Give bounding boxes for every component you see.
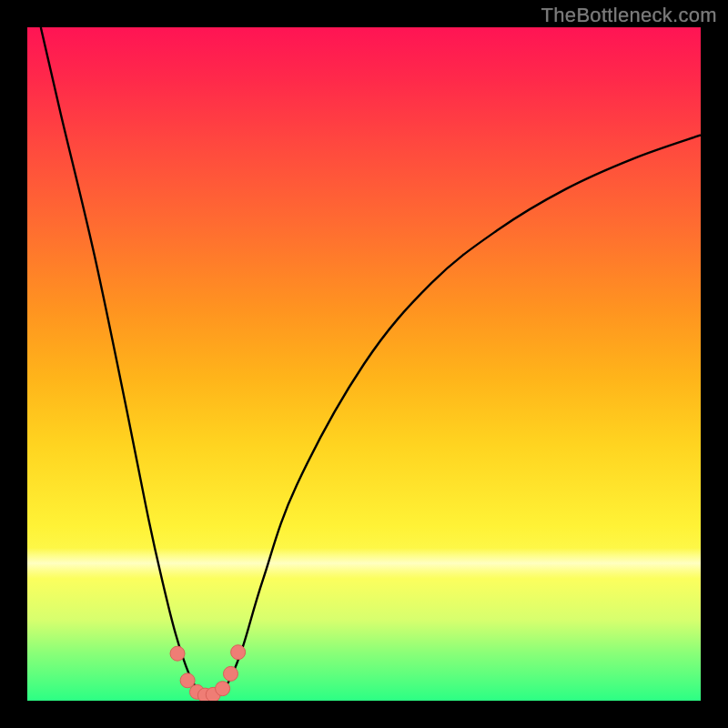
curve-svg bbox=[27, 27, 701, 701]
marker-cluster bbox=[170, 645, 246, 701]
marker-dot bbox=[170, 646, 185, 661]
marker-dot bbox=[189, 684, 204, 699]
marker-dot bbox=[216, 682, 230, 696]
watermark-text: TheBottleneck.com bbox=[541, 4, 717, 27]
marker-dot bbox=[180, 673, 195, 688]
marker-dot bbox=[231, 645, 246, 660]
marker-dot bbox=[223, 666, 238, 681]
highlight-band bbox=[27, 548, 701, 579]
plot-area bbox=[27, 27, 701, 701]
marker-dot bbox=[197, 688, 212, 701]
bottleneck-curve bbox=[41, 27, 701, 696]
marker-dot bbox=[206, 687, 220, 701]
